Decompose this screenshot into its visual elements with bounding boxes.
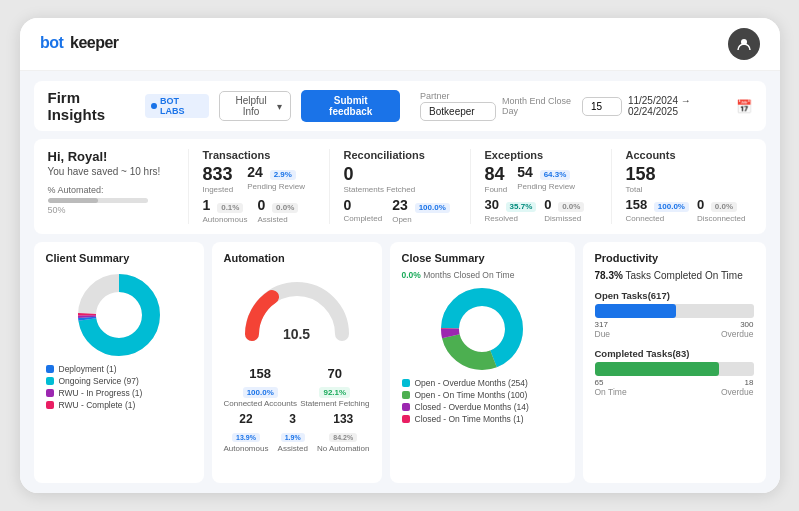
partner-select[interactable]: Botkeeper <box>420 102 496 121</box>
date-range: 11/25/2024 → 02/24/2025 📅 <box>628 95 752 117</box>
transactions-autonomous: 1 0.1% Autonomous <box>203 198 248 224</box>
svg-point-8 <box>97 293 141 337</box>
reconciliations-section: Reconciliations 0 Statements Fetched 0 C… <box>329 149 470 224</box>
svg-text:keeper: keeper <box>70 34 119 51</box>
auto-stats-2: 22 13.9% Autonomous 3 1.9% Assisted 133 … <box>224 412 370 453</box>
exceptions-pending: 54 64.3% Pending Review <box>517 165 575 191</box>
content-area: Firm Insights BOT LABS Helpful Info ▾ Su… <box>20 71 780 493</box>
client-donut-wrap: Deployment (1) Ongoing Service (97) RWU … <box>46 270 192 473</box>
bottom-row: Client Summary <box>34 242 766 483</box>
partner-section: Partner Botkeeper Month End Close Day 11… <box>420 91 751 121</box>
greeting-name: Hi, Royal! <box>48 149 188 164</box>
accounts-section: Accounts 158 Total 158 100.0% Connected <box>611 149 752 224</box>
header-bar: Firm Insights BOT LABS Helpful Info ▾ Su… <box>34 81 766 131</box>
auto-connected: 158 100.0% Connected Accounts <box>224 366 297 408</box>
exceptions-found: 84 Found <box>485 165 508 194</box>
automation-progress-bar <box>48 198 148 203</box>
submit-feedback-button[interactable]: Submit feedback <box>301 90 400 122</box>
auto-no-auto: 133 84.2% No Automation <box>317 412 369 453</box>
completed-tasks-title: Completed Tasks(83) <box>595 348 754 359</box>
transactions-pending: 24 2.9% Pending Review <box>247 165 305 191</box>
svg-text:bot: bot <box>40 34 65 51</box>
transactions-ingested: 833 Ingested <box>203 165 234 194</box>
close-legend: Open - Overdue Months (254) Open - On Ti… <box>402 378 563 426</box>
close-donut-wrap <box>402 284 563 374</box>
auto-stats: 158 100.0% Connected Accounts 70 92.1% S… <box>224 366 370 408</box>
legend-rwu-progress: RWU - In Progress (1) <box>46 388 192 398</box>
main-card: bot keeper Firm Insights BOT LABS Helpfu… <box>20 18 780 493</box>
open-tasks-title: Open Tasks(617) <box>595 290 754 301</box>
accounts-disconnected: 0 0.0% Disconnected <box>697 198 745 223</box>
exceptions-section: Exceptions 84 Found 54 64.3% Pending Rev… <box>470 149 611 224</box>
accounts-connected: 158 100.0% Connected <box>626 198 689 223</box>
gauge-value: 10.5 <box>283 326 310 342</box>
close-donut-chart <box>437 284 527 374</box>
recon-open: 23 100.0% Open <box>392 198 450 224</box>
transactions-section: Transactions 833 Ingested 24 2.9% Pendin… <box>188 149 329 224</box>
completed-bar: 65 18 On Time Overdue <box>595 362 754 397</box>
exceptions-dismissed: 0 0.0% Dismissed <box>544 198 584 223</box>
exceptions-resolved: 30 35.7% Resolved <box>485 198 537 223</box>
close-sub: 0.0% Months Closed On Time <box>402 270 563 280</box>
productivity-pct: 78.3% Tasks Completed On Time <box>595 270 754 281</box>
legend-rwu-complete: RWU - Complete (1) <box>46 400 192 410</box>
client-summary-card: Client Summary <box>34 242 204 483</box>
greeting-section: Hi, Royal! You have saved ~ 10 hrs! % Au… <box>48 149 188 224</box>
recon-completed: 0 Completed <box>344 198 383 224</box>
productivity-card: Productivity 78.3% Tasks Completed On Ti… <box>583 242 766 483</box>
greeting-sub: You have saved ~ 10 hrs! <box>48 166 188 177</box>
legend-ongoing: Ongoing Service (97) <box>46 376 192 386</box>
client-donut-chart <box>74 270 164 360</box>
botlabs-badge: BOT LABS <box>145 94 208 118</box>
close-day-input[interactable] <box>582 97 622 116</box>
legend-deployment: Deployment (1) <box>46 364 192 374</box>
avatar[interactable] <box>728 28 760 60</box>
accounts-total: 158 Total <box>626 165 752 194</box>
automation-card: Automation 10.5 158 100.0% Connected Acc… <box>212 242 382 483</box>
helpful-info-button[interactable]: Helpful Info ▾ <box>219 91 292 121</box>
open-due-bar: 317 300 Due Overdue <box>595 304 754 339</box>
top-nav: bot keeper <box>20 18 780 71</box>
svg-point-14 <box>460 307 504 351</box>
auto-statement: 70 92.1% Statement Fetching <box>300 366 369 408</box>
recon-fetched: 0 Statements Fetched <box>344 165 470 194</box>
auto-autonomous: 22 13.9% Autonomous <box>224 412 269 453</box>
auto-assisted: 3 1.9% Assisted <box>278 412 308 453</box>
gauge-wrap: 10.5 <box>224 274 370 360</box>
close-summary-card: Close Summary 0.0% Months Closed On Time <box>390 242 575 483</box>
transactions-assisted: 0 0.0% Assisted <box>257 198 298 224</box>
logo: bot keeper <box>40 31 150 58</box>
page-title: Firm Insights <box>48 89 136 123</box>
calendar-icon[interactable]: 📅 <box>736 99 752 114</box>
stats-row: Hi, Royal! You have saved ~ 10 hrs! % Au… <box>34 139 766 234</box>
client-legend: Deployment (1) Ongoing Service (97) RWU … <box>46 364 192 412</box>
